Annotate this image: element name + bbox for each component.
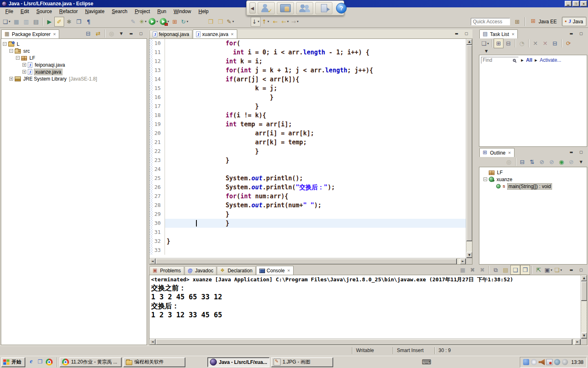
forward-history-icon[interactable]: →▾ [290,17,300,27]
code-editor[interactable]: 10 for(11 int i = 0; i < arr.length - 1;… [149,39,466,258]
code-line-20[interactable]: 20 arr[i] = arr[k]; [149,129,466,138]
show-on-output-icon[interactable]: ❒ [520,265,530,275]
new-wizard-icon[interactable]: ❏▾ [2,17,11,27]
tree-item-xuanze.java[interactable]: +xuanze.java [1,68,147,75]
code-line-28[interactable]: 28 System.out.print(num+" "); [149,201,466,210]
annotation-ruler[interactable] [149,201,153,210]
clock[interactable]: 13:38 [571,359,584,365]
code-line-33[interactable]: 33 [149,246,466,255]
next-annotation-icon[interactable]: ↓▾ [251,17,261,27]
screen-share-button[interactable] [277,2,294,14]
expand-icon[interactable]: + [22,63,26,67]
close-icon[interactable]: ✕ [508,151,511,155]
console-vertical-scrollbar[interactable]: ▲ ▼ [581,275,587,339]
annotation-ruler[interactable] [149,183,153,192]
code-line-16[interactable]: 16 } [149,93,466,102]
collapse-all-icon[interactable]: ⊟ [83,29,93,38]
open-editor-icon[interactable]: ❐ [74,17,84,27]
debug-icon[interactable]: ✳▾ [138,17,148,27]
tab-problems[interactable]: Problems [149,266,184,275]
open-perspective-icon[interactable]: ⊞ [512,17,522,27]
mark-occurrences-icon[interactable]: ✎ [128,17,138,27]
editor-horizontal-scrollbar[interactable]: ◄ ► [149,258,466,264]
annotation-ruler[interactable] [149,57,153,66]
menu-search[interactable]: Search [108,8,131,15]
annotation-ruler[interactable] [149,48,153,57]
code-line-27[interactable]: 27 for(int num:arr){ [149,192,466,201]
taskbar-button[interactable]: 1.JPG - 画图 [271,357,333,367]
open-console-icon[interactable]: ❏▾ [553,265,563,275]
console-horizontal-scrollbar[interactable]: ◄ ► [149,339,581,345]
minimize-icon[interactable]: ▬ [566,29,576,38]
outline-item-lf[interactable]: +LF [479,169,587,176]
annotation-ruler[interactable] [149,66,153,75]
tab-javadoc[interactable]: Javadoc [185,266,217,275]
save-icon[interactable]: ▦ [11,17,21,27]
run-icon[interactable]: ▾ [148,17,159,27]
activate-link[interactable]: Activate... [540,57,561,63]
annotation-ruler[interactable] [149,165,153,174]
code-line-19[interactable]: 19 int temp = arr[i]; [149,120,466,129]
annotation-ruler[interactable] [149,147,153,156]
code-line-17[interactable]: 17 } [149,102,466,111]
collapse-icon[interactable]: − [483,177,487,181]
focus-icon[interactable]: ◎ [504,157,514,167]
show-whitespace-icon[interactable]: ¶ [84,17,94,27]
minimize-icon[interactable]: ▬ [452,29,461,38]
filter-all-link[interactable]: All [526,57,532,63]
open-resource-icon[interactable]: ❒ [216,17,225,27]
code-line-31[interactable]: 31 [149,228,466,237]
menu-source[interactable]: Source [33,8,56,15]
annotation-ruler[interactable] [149,111,153,120]
maximize-icon[interactable]: ▢ [576,29,586,38]
minimize-icon[interactable]: ▬ [566,147,576,157]
tab-task-list[interactable]: Task List✕ [479,29,518,38]
code-line-10[interactable]: 10 for( [149,39,466,48]
annotation-ruler[interactable] [149,192,153,201]
remove-all-launches-icon[interactable]: ✖ [477,265,487,275]
view-menu-icon[interactable]: ▼ [116,29,126,38]
annotation-ruler[interactable] [149,75,153,84]
annotation-ruler[interactable] [149,219,153,228]
maximize-icon[interactable]: ▢ [576,265,586,275]
audio-icon[interactable] [562,359,568,365]
link-with-editor-icon[interactable]: ⇄ [93,29,103,38]
user-verify-button[interactable] [258,2,275,14]
expand-icon[interactable]: + [22,70,26,74]
console-output[interactable]: <terminated> xuanze [Java Application] C… [149,275,581,339]
code-line-32[interactable]: 32} [149,237,466,246]
annotation-ruler[interactable] [149,138,153,147]
code-line-21[interactable]: 21 arr[k] = temp; [149,138,466,147]
close-icon[interactable]: ✕ [287,269,290,273]
refresh-icon[interactable]: ↻▾ [180,17,189,27]
maximize-icon[interactable]: ▢ [461,29,471,38]
session-doc-button[interactable] [315,2,332,14]
collapse-all-icon[interactable]: ⊟ [550,38,560,48]
tab-xuanze.java[interactable]: xuanze.java✕ [193,29,237,38]
scheduled-icon[interactable]: ⊟ [503,38,513,48]
hide-fields-icon[interactable]: ⊘ [537,157,547,167]
format-brush-icon[interactable]: ✐ [54,17,64,27]
taskbar-button[interactable]: Java - L/src/LF/xua... [207,357,270,367]
media-icon[interactable] [546,359,552,365]
restore-button[interactable] [572,1,579,7]
terminate-icon[interactable]: ■ [458,265,468,275]
tab-feiponaqi.java[interactable]: feiponaqi.java [149,30,192,38]
menu-navigate[interactable]: Navigate [81,8,108,15]
close-icon[interactable]: ✕ [53,32,56,36]
annotation-ruler[interactable] [149,93,153,102]
taskbar-button[interactable]: 编程相关软件 [123,357,185,367]
annotation-ruler[interactable] [149,156,153,165]
filter-person-icon[interactable]: ✕ [540,38,550,48]
minimize-button[interactable] [565,1,572,7]
menu-file[interactable]: File [2,8,17,15]
annotation-ruler[interactable] [149,84,153,93]
word-wrap-icon[interactable]: ❑ [510,265,520,275]
perspective-java[interactable]: Java [562,17,586,26]
maximize-icon[interactable]: ▢ [576,147,586,157]
menu-run[interactable]: Run [154,8,170,15]
menu-edit[interactable]: Edit [17,8,33,15]
save-all-icon[interactable]: ▥ [21,17,31,27]
clear-console-icon[interactable]: ⧉ [491,265,501,275]
collapse-icon[interactable]: − [3,42,7,46]
